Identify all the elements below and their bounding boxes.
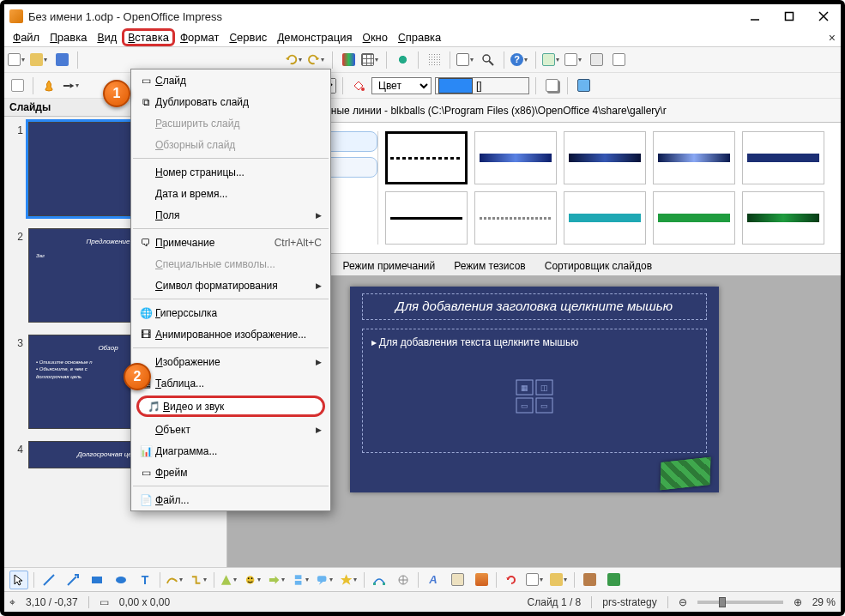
insert-chart-icon[interactable]: ◫: [535, 380, 552, 396]
text-tool-icon[interactable]: T: [136, 571, 154, 589]
gallery-item[interactable]: [385, 191, 468, 245]
maximize-button[interactable]: [772, 4, 806, 28]
menu-item--[interactable]: ▭Фрейм: [131, 462, 330, 483]
arrange-icon[interactable]: ▾: [550, 571, 569, 589]
grid-icon[interactable]: [425, 51, 444, 69]
presentation-button[interactable]: ▾: [456, 51, 475, 69]
insert-slide-button[interactable]: ▾: [542, 51, 561, 69]
menu-item--[interactable]: ▦Таблица...: [131, 372, 330, 394]
insert-table-icon[interactable]: ▦: [516, 380, 533, 396]
menu-вставка[interactable]: Вставка: [122, 28, 175, 46]
callout-icon[interactable]: ▾: [316, 571, 335, 589]
extrude-icon[interactable]: [580, 571, 599, 589]
connector-tool-icon[interactable]: ▾: [190, 571, 208, 589]
menu-формат[interactable]: Формат: [175, 29, 224, 45]
bullets-icon[interactable]: [393, 51, 412, 69]
menu-item--[interactable]: ⧉Дублировать слайд: [131, 91, 330, 112]
screen-icon[interactable]: [574, 76, 593, 95]
stars-icon[interactable]: ▾: [340, 571, 359, 589]
gallery-item[interactable]: [653, 131, 735, 184]
points-icon[interactable]: [370, 571, 389, 589]
menu-правка[interactable]: Правка: [45, 29, 92, 45]
zoom-in-icon[interactable]: ⊕: [794, 596, 802, 608]
menu-справка[interactable]: Справка: [393, 29, 446, 45]
chart-button[interactable]: [339, 51, 358, 69]
shadow-icon[interactable]: [542, 76, 561, 95]
symbol-shapes-icon[interactable]: ▾: [244, 571, 263, 589]
interaction-icon[interactable]: [604, 571, 623, 589]
menu-демонстрация[interactable]: Демонстрация: [272, 29, 357, 45]
new-doc-button[interactable]: ▾: [8, 51, 27, 69]
glue-icon[interactable]: [394, 571, 413, 589]
fill-color-chip[interactable]: [438, 78, 473, 94]
zoom-out-icon[interactable]: ⊖: [679, 596, 687, 608]
slide-design-button[interactable]: [587, 51, 606, 69]
view-tab[interactable]: Режим примечаний: [334, 256, 445, 275]
close-button[interactable]: [806, 4, 841, 28]
curve-tool-icon[interactable]: ▾: [166, 571, 184, 589]
view-tab[interactable]: Режим тезисов: [444, 256, 535, 275]
redo-button[interactable]: ▾: [307, 51, 326, 69]
menu-вид[interactable]: Вид: [92, 29, 122, 45]
gallery-item[interactable]: [474, 191, 557, 245]
fontwork-icon[interactable]: A: [424, 571, 443, 589]
gallery-item[interactable]: [564, 191, 646, 245]
help-button[interactable]: ?▾: [510, 51, 529, 69]
view-tab[interactable]: Сортировщик слайдов: [535, 256, 661, 275]
slide-show-button[interactable]: [609, 51, 628, 69]
menu-item--[interactable]: Изображение▶: [131, 351, 330, 372]
title-placeholder[interactable]: Для добавления заголовка щелкните мышью: [362, 293, 707, 320]
fill-bucket-icon[interactable]: [349, 76, 368, 95]
menu-файл[interactable]: Файл: [8, 29, 45, 45]
table-button[interactable]: ▾: [361, 51, 380, 69]
menu-item--[interactable]: Символ форматирования▶: [131, 275, 330, 296]
gallery-item[interactable]: [385, 131, 468, 184]
gallery-item[interactable]: [564, 131, 646, 184]
menu-item--[interactable]: Номер страницы...: [131, 161, 330, 183]
zoom-icon[interactable]: [479, 51, 498, 69]
gallery-item[interactable]: [742, 131, 824, 184]
menu-item--[interactable]: 🎞Анимированное изображение...: [131, 323, 330, 345]
gallery-item[interactable]: [653, 191, 735, 245]
arrow-tool-icon[interactable]: [63, 571, 82, 589]
body-placeholder[interactable]: ▸ Для добавления текста щелкните мышью ▦…: [362, 329, 707, 453]
menu-item--[interactable]: 🗨ПримечаниеCtrl+Alt+C: [131, 232, 330, 253]
layout-panel-icon[interactable]: [8, 76, 27, 95]
save-button[interactable]: [52, 51, 71, 69]
menu-item--[interactable]: 🎵Видео и звук: [136, 396, 325, 417]
menu-сервис[interactable]: Сервис: [224, 29, 272, 45]
align-icon[interactable]: ▾: [526, 571, 545, 589]
ellipse-tool-icon[interactable]: [112, 571, 130, 589]
content-layout-icons[interactable]: ▦ ◫ ▭ ▭: [516, 380, 552, 414]
gallery-item[interactable]: [742, 191, 824, 245]
menu-item--[interactable]: 📄Файл...: [131, 489, 330, 510]
undo-button[interactable]: ▾: [285, 51, 304, 69]
insert-image-icon[interactable]: ▭: [516, 398, 533, 414]
gallery-icon[interactable]: [472, 571, 491, 589]
menu-item--[interactable]: Поля▶: [131, 204, 330, 226]
open-button[interactable]: ▾: [30, 51, 49, 69]
menu-item--[interactable]: 🌐Гиперссылка: [131, 302, 330, 323]
line-tool-icon[interactable]: [39, 571, 58, 589]
slide-layout-button[interactable]: ▾: [564, 51, 583, 69]
rotate-icon[interactable]: [502, 571, 521, 589]
menu-item--[interactable]: Объект▶: [131, 419, 330, 440]
slide-canvas[interactable]: Для добавления заголовка щелкните мышью …: [350, 287, 719, 492]
line-end-icon[interactable]: ▾: [62, 76, 81, 95]
minimize-button[interactable]: [738, 4, 772, 28]
doc-close-button[interactable]: ×: [829, 31, 836, 45]
menu-item--[interactable]: Дата и время...: [131, 183, 330, 204]
basic-shapes-icon[interactable]: ▾: [220, 571, 238, 589]
flowchart-icon[interactable]: ▾: [292, 571, 311, 589]
menu-item--[interactable]: ▭Слайд: [131, 69, 330, 91]
gallery-item[interactable]: [474, 131, 557, 184]
fill-type-select[interactable]: Цвет: [371, 77, 432, 94]
from-file-icon[interactable]: [448, 571, 467, 589]
menu-item--[interactable]: 📊Диаграмма...: [131, 440, 330, 462]
insert-movie-icon[interactable]: ▭: [535, 398, 552, 414]
menu-окно[interactable]: Окно: [358, 29, 393, 45]
rect-tool-icon[interactable]: [88, 571, 106, 589]
zoom-slider[interactable]: [697, 601, 783, 604]
block-arrows-icon[interactable]: ▾: [268, 571, 287, 589]
pointer-tool-icon[interactable]: [9, 571, 28, 589]
